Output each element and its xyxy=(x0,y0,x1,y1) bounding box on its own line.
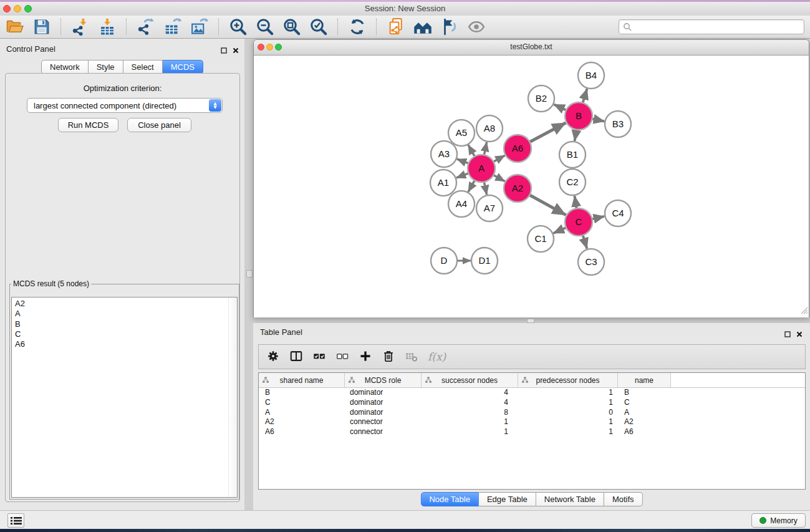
import-table-button[interactable] xyxy=(95,17,119,37)
close-panel-icon[interactable] xyxy=(233,45,239,56)
network-canvas[interactable]: B4B2BB3A8A5A6A3B1AA1C2A2A4A7C4CC1C3DD1 xyxy=(254,56,809,317)
add-column-button[interactable] xyxy=(356,347,375,366)
table-cell[interactable]: A2 xyxy=(259,417,345,427)
delete-table-button[interactable] xyxy=(402,347,421,366)
table-cell[interactable]: 1 xyxy=(518,388,618,398)
search-box[interactable] xyxy=(619,19,804,34)
horizontal-splitter-grip[interactable] xyxy=(527,319,534,323)
zoom-out-button[interactable] xyxy=(253,17,277,37)
graph-node-label-C4: C4 xyxy=(612,208,624,218)
zoom-fit-button[interactable] xyxy=(280,17,304,37)
zoom-in-button[interactable] xyxy=(226,17,250,37)
open-file-button[interactable] xyxy=(3,17,27,37)
column-header-name[interactable]: name xyxy=(618,373,671,387)
memory-button[interactable]: Memory xyxy=(751,513,806,528)
tab-style[interactable]: Style xyxy=(89,60,123,74)
table-row[interactable]: Cdominator41C xyxy=(259,398,805,408)
task-history-button[interactable] xyxy=(7,513,24,528)
settings-button[interactable] xyxy=(264,347,282,366)
export-image-button[interactable] xyxy=(188,17,211,37)
column-header-predecessor-nodes[interactable]: predecessor nodes xyxy=(518,373,618,387)
split-view-button[interactable] xyxy=(287,347,306,366)
tab-select[interactable]: Select xyxy=(123,60,163,74)
mcds-result-item[interactable]: C xyxy=(12,329,237,339)
column-type-icon xyxy=(425,377,432,385)
resize-grip-icon[interactable] xyxy=(800,306,808,317)
mcds-result-item[interactable]: B xyxy=(12,319,237,329)
import-network-button[interactable] xyxy=(69,17,92,37)
table-cell[interactable]: dominator xyxy=(345,388,422,398)
show-hidden-button[interactable] xyxy=(465,17,488,37)
export-table-button[interactable] xyxy=(161,17,185,37)
node-table[interactable]: shared nameMCDS rolesuccessor nodesprede… xyxy=(258,372,806,490)
column-header-label: successor nodes xyxy=(441,376,498,385)
table-cell[interactable]: A xyxy=(259,408,345,418)
table-cell[interactable]: 8 xyxy=(422,408,518,418)
float-panel-icon[interactable] xyxy=(221,45,227,56)
mcds-result-list[interactable]: A2ABCA6 xyxy=(11,297,238,498)
table-row[interactable]: A2connector11A2 xyxy=(259,417,805,427)
table-cell[interactable]: dominator xyxy=(345,408,422,418)
table-cell[interactable]: 4 xyxy=(422,388,518,398)
table-cell[interactable]: 4 xyxy=(422,398,518,408)
table-cell[interactable]: C xyxy=(259,398,345,408)
mcds-result-item[interactable]: A xyxy=(12,309,237,319)
table-cell[interactable]: B xyxy=(618,388,671,398)
table-cell[interactable]: A6 xyxy=(618,427,671,437)
close-panel-icon[interactable] xyxy=(796,329,803,340)
tab-motifs[interactable]: Motifs xyxy=(604,492,643,506)
table-cell[interactable]: connector xyxy=(345,427,422,437)
float-panel-icon[interactable] xyxy=(784,329,791,340)
table-cell[interactable]: 1 xyxy=(518,417,618,427)
vertical-splitter-grip[interactable] xyxy=(246,270,253,278)
graph-node-label-B2: B2 xyxy=(536,93,547,104)
close-panel-button[interactable]: Close panel xyxy=(127,118,191,132)
table-cell[interactable]: A2 xyxy=(618,417,671,427)
table-cell[interactable]: 1 xyxy=(422,417,518,427)
refresh-layout-button[interactable] xyxy=(345,17,369,37)
table-cell[interactable]: dominator xyxy=(345,398,422,408)
tab-network-table[interactable]: Network Table xyxy=(536,492,604,506)
column-header-successor-nodes[interactable]: successor nodes xyxy=(422,373,518,387)
save-session-button[interactable] xyxy=(30,17,54,37)
table-row[interactable]: Bdominator41B xyxy=(259,388,805,398)
graph-node-label-A3: A3 xyxy=(438,148,450,159)
network-graph[interactable]: B4B2BB3A8A5A6A3B1AA1C2A2A4A7C4CC1C3DD1 xyxy=(254,56,809,317)
column-header-shared-name[interactable]: shared name xyxy=(259,373,345,387)
first-neighbors-button[interactable] xyxy=(411,17,435,37)
tab-node-table[interactable]: Node Table xyxy=(420,492,479,506)
zoom-selected-button[interactable] xyxy=(307,17,330,37)
criterion-dropdown[interactable]: largest connected component (directed) ▲… xyxy=(27,98,223,113)
table-cell[interactable]: A6 xyxy=(259,427,345,437)
column-header-mcds-role[interactable]: MCDS role xyxy=(345,373,422,387)
import-table-icon xyxy=(98,17,117,36)
tab-edge-table[interactable]: Edge Table xyxy=(479,492,536,506)
deselect-all-button[interactable] xyxy=(333,347,352,366)
graph-node-label-A5: A5 xyxy=(456,127,467,138)
tab-mcds[interactable]: MCDS xyxy=(163,60,203,74)
delete-columns-button[interactable] xyxy=(379,347,398,366)
table-cell[interactable]: B xyxy=(259,388,345,398)
table-cell[interactable]: 1 xyxy=(518,398,618,408)
table-cell[interactable]: C xyxy=(618,398,671,408)
table-toolbar: f(x) xyxy=(258,344,806,369)
table-row[interactable]: A6connector11A6 xyxy=(259,427,805,437)
graph-node-label-A2: A2 xyxy=(512,183,523,193)
table-cell[interactable]: 0 xyxy=(518,408,618,418)
table-cell[interactable]: A xyxy=(618,408,671,418)
search-input[interactable] xyxy=(632,21,804,32)
select-all-button[interactable] xyxy=(310,347,329,366)
table-row[interactable]: Adominator80A xyxy=(259,408,805,418)
mcds-result-item[interactable]: A6 xyxy=(12,339,237,349)
table-cell[interactable]: connector xyxy=(345,417,422,427)
tab-network[interactable]: Network xyxy=(41,60,89,74)
run-mcds-button[interactable]: Run MCDS xyxy=(58,118,118,132)
mcds-result-item[interactable]: A2 xyxy=(12,297,237,309)
network-window-titlebar[interactable]: testGlobe.txt xyxy=(254,40,809,56)
table-cell[interactable]: 1 xyxy=(422,427,518,437)
function-builder-button[interactable]: f(x) xyxy=(428,351,446,363)
new-network-from-selection-button[interactable] xyxy=(384,17,408,37)
table-cell[interactable]: 1 xyxy=(518,427,618,437)
hide-selected-button[interactable] xyxy=(438,17,461,37)
export-network-button[interactable] xyxy=(134,17,158,37)
